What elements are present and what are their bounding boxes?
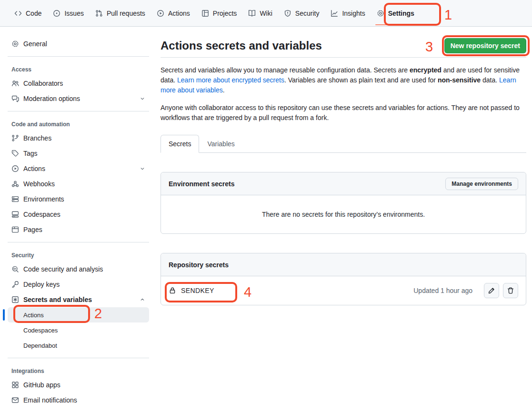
- nav-tab-label: Settings: [388, 10, 414, 17]
- chevron-down-icon: [140, 166, 145, 171]
- play-icon: [11, 165, 19, 172]
- nav-tab-issues[interactable]: Issues: [49, 6, 87, 20]
- trash-icon: [507, 287, 514, 294]
- sidebar-item-label: Deploy keys: [23, 281, 60, 288]
- nav-tab-actions[interactable]: Actions: [153, 6, 194, 20]
- people-icon: [11, 80, 19, 87]
- sidebar-item-moderation-options[interactable]: Moderation options: [8, 91, 149, 106]
- sidebar-section-title-integrations: Integrations: [8, 363, 149, 377]
- lock-icon: [169, 287, 176, 294]
- sidebar-item-label: Actions: [23, 312, 44, 319]
- nav-tab-insights[interactable]: Insights: [327, 6, 369, 20]
- apps-icon: [11, 381, 19, 389]
- sidebar-item-label: Dependabot: [23, 342, 57, 349]
- environment-secrets-title: Environment secrets: [169, 180, 235, 188]
- intro-text: data.: [481, 76, 499, 84]
- sidebar-item-label: GitHub apps: [23, 381, 60, 389]
- secret-row: SENDKEY Updated 1 hour ago: [161, 276, 526, 305]
- sidebar-item-label: Branches: [23, 134, 51, 142]
- sidebar-item-label: General: [23, 40, 47, 48]
- pencil-icon: [488, 287, 495, 294]
- gear-icon: [377, 10, 384, 17]
- intro-text: .: [223, 86, 225, 94]
- tab-secrets[interactable]: Secrets: [161, 135, 199, 153]
- sidebar-item-branches[interactable]: Branches: [8, 131, 149, 146]
- intro-text: Secrets and variables allow you to manag…: [161, 66, 410, 74]
- sidebar-item-email-notifications[interactable]: Email notifications: [8, 393, 149, 408]
- asterisk-box-icon: [11, 296, 19, 303]
- sidebar-item-label: Codespaces: [23, 327, 58, 334]
- active-item-marker: [3, 309, 5, 321]
- sidebar-item-general[interactable]: General: [8, 36, 149, 51]
- main-content: Actions secrets and variables New reposi…: [153, 27, 532, 305]
- shield-icon: [284, 10, 291, 17]
- sidebar-item-label: Collaborators: [23, 80, 63, 87]
- sidebar-item-pages[interactable]: Pages: [8, 222, 149, 237]
- sidebar-subitem-dependabot[interactable]: Dependabot: [8, 338, 149, 353]
- sidebar-item-actions[interactable]: Actions: [8, 161, 149, 176]
- sidebar-item-collaborators[interactable]: Collaborators: [8, 76, 149, 91]
- repository-secrets-title: Repository secrets: [169, 261, 229, 269]
- intro-text: . Variables are shown as plain text and …: [284, 76, 438, 84]
- secrets-variables-tabs: Secrets Variables: [161, 134, 526, 153]
- comment-discussion-icon: [11, 95, 19, 102]
- server-icon: [11, 195, 19, 203]
- sidebar-item-deploy-keys[interactable]: Deploy keys: [8, 277, 149, 292]
- nav-tab-code[interactable]: Code: [10, 6, 45, 20]
- sidebar-subitem-actions[interactable]: Actions: [8, 307, 149, 322]
- sidebar-item-label: Pages: [23, 226, 42, 233]
- environment-secrets-empty-text: There are no secrets for this repository…: [161, 195, 526, 233]
- nav-tab-projects[interactable]: Projects: [198, 6, 241, 20]
- sidebar-divider: [8, 111, 149, 111]
- codespaces-icon: [11, 211, 19, 218]
- nav-tab-wiki[interactable]: Wiki: [244, 6, 276, 20]
- sidebar-item-label: Code security and analysis: [23, 265, 103, 273]
- graph-icon: [331, 10, 338, 17]
- key-icon: [11, 281, 19, 288]
- tab-variables[interactable]: Variables: [199, 135, 242, 153]
- sidebar-item-tags[interactable]: Tags: [8, 146, 149, 161]
- sidebar-item-github-apps[interactable]: GitHub apps: [8, 377, 149, 393]
- nav-tab-label: Projects: [213, 10, 237, 17]
- collaborator-access-paragraph: Anyone with collaborator access to this …: [161, 103, 522, 123]
- nav-tab-label: Insights: [342, 10, 365, 17]
- github-repo-settings-page: Code Issues Pull requests Actions Projec…: [0, 0, 532, 413]
- issue-opened-icon: [53, 10, 60, 17]
- sidebar-divider: [8, 358, 149, 358]
- sidebar-item-code-security[interactable]: Code security and analysis: [8, 262, 149, 277]
- chevron-down-icon: [140, 96, 145, 101]
- sidebar-item-label: Codespaces: [23, 211, 60, 218]
- manage-environments-button[interactable]: Manage environments: [445, 178, 518, 190]
- sidebar-item-environments[interactable]: Environments: [8, 191, 149, 207]
- sidebar-item-label: Webhooks: [23, 180, 55, 188]
- project-icon: [201, 10, 209, 17]
- heading-divider: [161, 57, 526, 58]
- sidebar-item-label: Moderation options: [23, 95, 80, 102]
- nav-tab-security[interactable]: Security: [280, 6, 323, 20]
- nav-tab-label: Security: [295, 10, 320, 17]
- new-repository-secret-button[interactable]: New repository secret: [444, 38, 526, 53]
- nav-tab-pull-requests[interactable]: Pull requests: [91, 6, 149, 20]
- sidebar-section-title-security: Security: [8, 247, 149, 262]
- mail-icon: [11, 396, 19, 404]
- sidebar-item-codespaces[interactable]: Codespaces: [8, 207, 149, 222]
- play-icon: [157, 10, 164, 17]
- delete-secret-button[interactable]: [503, 283, 518, 298]
- sidebar-item-webhooks[interactable]: Webhooks: [8, 176, 149, 191]
- chevron-up-icon: [140, 297, 145, 302]
- active-tab-underline: [375, 24, 416, 25]
- secret-name: SENDKEY: [181, 287, 214, 294]
- intro-bold-encrypted: encrypted: [410, 66, 442, 74]
- book-icon: [248, 10, 256, 17]
- sidebar-divider: [8, 242, 149, 242]
- edit-secret-button[interactable]: [484, 283, 499, 298]
- sidebar-item-secrets-and-variables[interactable]: Secrets and variables: [8, 292, 149, 307]
- sidebar-item-label: Environments: [23, 195, 64, 203]
- settings-sidebar: General Access Collaborators Moderation …: [0, 27, 153, 408]
- webhook-icon: [11, 180, 19, 188]
- sidebar-section-title-code-automation: Code and automation: [8, 116, 149, 131]
- sidebar-subitem-codespaces[interactable]: Codespaces: [8, 322, 149, 338]
- nav-tab-settings[interactable]: Settings: [373, 6, 418, 20]
- repository-secrets-card: Repository secrets SENDKEY Updated 1 hou…: [161, 253, 526, 305]
- link-encrypted-secrets[interactable]: Learn more about encrypted secrets: [177, 76, 284, 84]
